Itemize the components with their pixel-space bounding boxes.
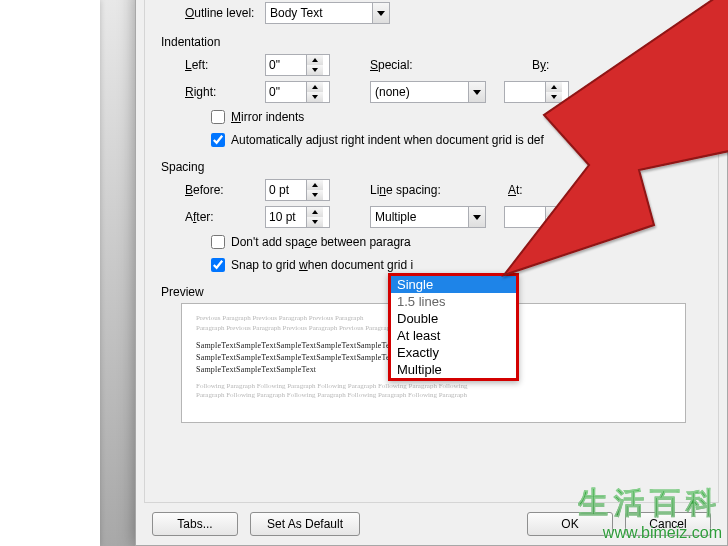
indent-right-label: Right:	[185, 85, 265, 99]
spin-up-icon[interactable]	[546, 82, 562, 92]
by-label: By:	[532, 58, 549, 72]
spin-up-icon[interactable]	[546, 207, 562, 217]
spacing-after-row: After: Multiple	[161, 205, 706, 229]
spin-down-icon[interactable]	[307, 217, 323, 227]
spin-up-icon[interactable]	[307, 180, 323, 190]
dropdown-arrow-icon[interactable]	[468, 82, 485, 102]
spin-up-icon[interactable]	[307, 207, 323, 217]
at-spinner[interactable]	[504, 206, 569, 228]
spin-down-icon[interactable]	[307, 92, 323, 102]
line-spacing-combo[interactable]: Multiple	[370, 206, 486, 228]
indentation-section-title: Indentation	[161, 35, 706, 49]
auto-adjust-label: Automatically adjust right indent when d…	[231, 133, 544, 147]
dropdown-option-double[interactable]: Double	[391, 310, 516, 327]
line-spacing-label: Line spacing:	[370, 183, 450, 197]
dropdown-option-single[interactable]: Single	[391, 276, 516, 293]
indent-right-spinner[interactable]	[265, 81, 330, 103]
snap-grid-checkbox[interactable]	[211, 258, 225, 272]
spin-up-icon[interactable]	[307, 82, 323, 92]
set-as-default-button[interactable]: Set As Default	[250, 512, 360, 536]
line-spacing-value: Multiple	[371, 210, 468, 224]
mirror-indents-checkbox[interactable]	[211, 110, 225, 124]
indent-right-row: Right: (none)	[161, 80, 706, 104]
watermark-text: 生活百科	[578, 483, 722, 524]
outline-level-value: Body Text	[266, 6, 372, 20]
spin-down-icon[interactable]	[546, 92, 562, 102]
dropdown-option-atleast[interactable]: At least	[391, 327, 516, 344]
watermark-url: www.bimeiz.com	[578, 524, 722, 542]
after-spinner[interactable]	[265, 206, 330, 228]
snap-grid-row: Snap to grid when document grid i	[207, 255, 706, 275]
dialog-body: Outline level: document.currentScript.pr…	[144, 0, 719, 503]
line-spacing-dropdown[interactable]: Single 1.5 lines Double At least Exactly…	[388, 273, 519, 381]
spin-down-icon[interactable]	[546, 217, 562, 227]
outline-row: Outline level: document.currentScript.pr…	[161, 1, 706, 25]
indent-left-spinner[interactable]	[265, 54, 330, 76]
tabs-button[interactable]: Tabs...	[152, 512, 238, 536]
preview-ghost-text: Paragraph Following Paragraph Following …	[196, 391, 671, 401]
dropdown-option-1-5[interactable]: 1.5 lines	[391, 293, 516, 310]
spin-up-icon[interactable]	[307, 55, 323, 65]
by-input[interactable]	[505, 83, 545, 101]
indent-right-input[interactable]	[266, 83, 306, 101]
indent-left-input[interactable]	[266, 56, 306, 74]
before-spinner[interactable]	[265, 179, 330, 201]
preview-ghost-text: Following Paragraph Following Paragraph …	[196, 382, 671, 392]
before-input[interactable]	[266, 181, 306, 199]
auto-adjust-checkbox[interactable]	[211, 133, 225, 147]
mirror-indents-row: Mirror indents	[207, 107, 706, 127]
mirror-indents-label: Mirror indents	[231, 110, 304, 124]
spin-down-icon[interactable]	[307, 65, 323, 75]
dropdown-option-exactly[interactable]: Exactly	[391, 344, 516, 361]
document-background	[0, 0, 100, 546]
at-input[interactable]	[505, 208, 545, 226]
snap-grid-label: Snap to grid when document grid i	[231, 258, 413, 272]
noadd-space-label: Don't add space between paragra	[231, 235, 411, 249]
indent-left-row: Left: Special: By:	[161, 53, 706, 77]
after-label: After:	[185, 210, 265, 224]
at-label: At:	[508, 183, 523, 197]
dropdown-option-multiple[interactable]: Multiple	[391, 361, 516, 378]
after-input[interactable]	[266, 208, 306, 226]
outline-label: Outline level:	[185, 6, 265, 20]
before-label: Before:	[185, 183, 265, 197]
dropdown-arrow-icon[interactable]	[372, 3, 389, 23]
special-value: (none)	[371, 85, 468, 99]
spin-down-icon[interactable]	[307, 190, 323, 200]
indent-left-label: Left:	[185, 58, 265, 72]
outline-level-combo[interactable]: Body Text	[265, 2, 390, 24]
spacing-section-title: Spacing	[161, 160, 706, 174]
watermark: 生活百科 www.bimeiz.com	[578, 483, 722, 542]
by-spinner[interactable]	[504, 81, 569, 103]
noadd-space-checkbox[interactable]	[211, 235, 225, 249]
noadd-space-row: Don't add space between paragra	[207, 232, 706, 252]
special-label: Special:	[370, 58, 450, 72]
dropdown-arrow-icon[interactable]	[468, 207, 485, 227]
spacing-before-row: Before: Line spacing: At:	[161, 178, 706, 202]
special-combo[interactable]: (none)	[370, 81, 486, 103]
auto-adjust-row: Automatically adjust right indent when d…	[207, 130, 706, 150]
